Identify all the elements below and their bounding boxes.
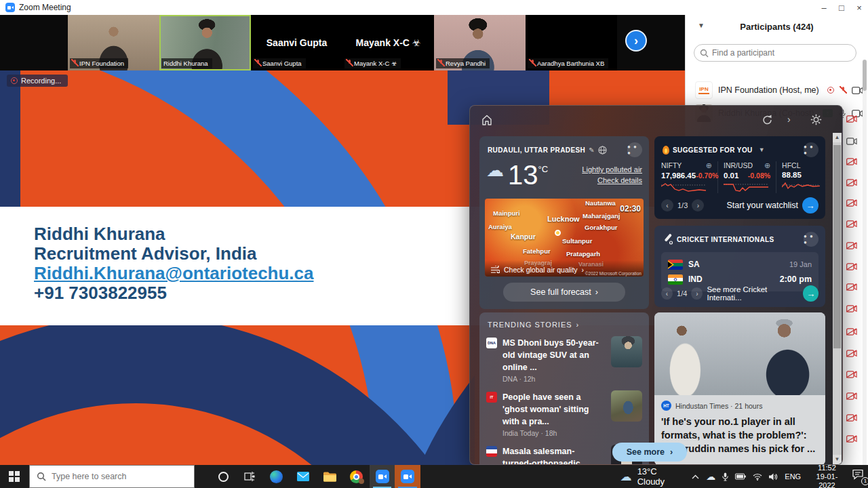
file-explorer-button[interactable] <box>316 465 342 488</box>
language-indicator[interactable]: ENG <box>785 472 801 481</box>
cricket-arrow-button[interactable]: → <box>803 285 818 302</box>
prev-page-button[interactable]: ‹ <box>661 287 673 300</box>
video-tile[interactable]: Saanvi Gupta Saanvi Gupta <box>251 15 342 70</box>
cricket-widget[interactable]: CRICKET INTERNATIONALS ● ● ● SA 19 Jan I… <box>654 226 825 307</box>
edit-location-icon[interactable]: ✎ <box>589 146 595 154</box>
camera-off-icon <box>846 392 857 400</box>
tray-expand-icon[interactable] <box>692 474 699 479</box>
minimize-button[interactable]: – <box>815 3 833 13</box>
recording-dot-icon <box>827 87 834 94</box>
maximize-button[interactable]: □ <box>833 3 850 13</box>
weather-widget[interactable]: RUDAULI, UTTAR PRADESH ✎ ● ● ● ☁ 13 °C L… <box>479 136 649 309</box>
see-more-cricket-link[interactable]: See more Cricket Internati... <box>707 285 799 302</box>
avatar: IPN <box>695 81 713 99</box>
video-tile[interactable]: Mayank X-C ☣ Mayank X-C ☣ <box>342 15 434 70</box>
prev-page-button[interactable]: ‹ <box>661 199 673 211</box>
taskbar-search[interactable] <box>29 465 195 488</box>
camera-off-icon <box>846 435 857 443</box>
notification-center-button[interactable]: 1 <box>852 469 868 484</box>
next-page-button[interactable]: › <box>692 199 704 211</box>
watchlist-arrow-button[interactable]: → <box>802 197 818 214</box>
video-tile[interactable]: Aaradhya Barthunia XB <box>526 15 617 70</box>
match-date: 19 Jan <box>789 260 812 268</box>
weather-map[interactable]: Mainpuri Lucknow Auraiya Kanpur Sultanpu… <box>485 199 644 277</box>
map-location-dot <box>555 230 561 236</box>
taskbar-weather[interactable]: ☁ 13°C Cloudy <box>620 466 683 487</box>
stocks-widget[interactable]: SUGGESTED FOR YOU ▼ ● ● ● NIFTY⊕ 17,986.… <box>654 136 825 219</box>
map-city-label: Mainpuri <box>493 209 520 217</box>
scrollbar-thumb[interactable] <box>833 145 841 348</box>
chrome-button[interactable] <box>343 465 370 488</box>
edge-button[interactable] <box>263 465 290 488</box>
mail-button[interactable] <box>290 465 316 488</box>
chevron-down-icon[interactable]: ▼ <box>759 146 765 153</box>
home-icon[interactable] <box>481 114 493 126</box>
stock-item[interactable]: HFCL 88.85 <box>782 161 820 193</box>
task-view-button[interactable] <box>237 465 263 488</box>
weather-location: RUDAULI, UTTAR PRADESH <box>488 146 585 154</box>
story-thumbnail <box>611 336 642 367</box>
source-logo: DNA <box>486 338 497 348</box>
add-to-watchlist-icon[interactable]: ⊕ <box>706 161 712 170</box>
close-button[interactable]: × <box>850 3 868 13</box>
participants-scrollbar[interactable] <box>863 66 867 488</box>
scroll-up-button[interactable]: ▲ <box>833 133 842 142</box>
stock-item[interactable]: NIFTY⊕ 17,986.45-0.70% <box>661 161 718 193</box>
map-timestamp: 02:30 <box>620 204 641 214</box>
chevron-right-icon[interactable]: › <box>576 321 580 329</box>
participant-search-input[interactable] <box>712 48 834 58</box>
see-full-forecast-button[interactable]: See full forecast› <box>503 283 625 302</box>
video-tile-active-speaker[interactable]: Riddhi Khurana <box>159 15 251 70</box>
next-participants-button[interactable]: › <box>625 30 647 52</box>
participant-search[interactable] <box>694 44 856 62</box>
camera-off-icon <box>846 328 857 336</box>
start-watchlist-link[interactable]: Start your watchlist <box>726 201 798 210</box>
trending-story[interactable]: DNA MS Dhoni buys 50-year-old vintage SU… <box>479 329 649 383</box>
onedrive-icon[interactable]: ☁ <box>706 471 715 482</box>
news-article-card[interactable]: HT Hindustan Times · 21 hours 'If he's y… <box>654 312 825 465</box>
india-flag-icon <box>668 274 683 285</box>
story-title: Masala salesman-turned-orthopaedic surge… <box>502 447 580 465</box>
next-page-button[interactable]: › <box>691 287 703 300</box>
widgets-scrollbar[interactable]: ▲ ▼ <box>833 133 842 464</box>
window-title: Zoom Meeting <box>19 3 71 12</box>
video-tile[interactable]: IPN Foundation <box>68 15 159 70</box>
widget-menu-button[interactable]: ● ● ● <box>804 142 818 157</box>
recording-dot-icon <box>11 77 18 84</box>
mic-muted-icon <box>438 60 443 67</box>
add-to-watchlist-icon[interactable]: ⊕ <box>764 161 770 170</box>
see-more-button[interactable]: See more› <box>612 443 687 462</box>
video-tile[interactable]: Revya Pandhi <box>434 15 526 70</box>
trending-story[interactable]: IT People have seen a 'ghost woman' sitt… <box>479 383 649 437</box>
settings-gear-icon[interactable] <box>810 114 822 125</box>
participant-row[interactable]: IPN IPN Foundation (Host, me) <box>686 79 868 102</box>
map-city-label: Sultanpur <box>562 237 592 245</box>
globe-icon[interactable] <box>598 146 607 155</box>
widget-menu-button[interactable]: ● ● ● <box>804 232 818 247</box>
team-name: IND <box>688 274 703 284</box>
refresh-icon[interactable] <box>762 114 773 125</box>
air-quality-link[interactable]: Lightly polluted air <box>582 165 642 174</box>
battery-icon[interactable] <box>735 473 746 480</box>
wifi-icon[interactable] <box>753 473 762 481</box>
taskbar-clock[interactable]: 11:52 19-01-2022 <box>809 464 845 488</box>
start-button[interactable] <box>0 465 29 488</box>
speaker-icon[interactable] <box>769 473 778 481</box>
zoom-taskbar-button-alert[interactable] <box>395 465 420 488</box>
zoom-taskbar-button[interactable] <box>370 465 395 488</box>
folder-icon <box>323 472 336 482</box>
map-city-label: Fatehpur <box>523 247 551 255</box>
participant-name-label: IPN Foundation <box>79 60 124 67</box>
check-details-link[interactable]: Check details <box>597 176 642 184</box>
team-name: SA <box>688 260 700 269</box>
forward-chevron-icon[interactable]: › <box>787 114 791 125</box>
participant-name-label: Riddhi Khurana <box>163 60 208 67</box>
taskbar-search-input[interactable] <box>52 472 180 481</box>
widget-menu-button[interactable]: ● ● ● <box>627 142 642 157</box>
flame-icon <box>663 146 669 155</box>
microphone-icon[interactable] <box>722 472 728 481</box>
zoom-app-icon <box>376 470 389 483</box>
stock-item[interactable]: INR/USD⊕ 0.01-0.08% <box>724 161 776 193</box>
cortana-button[interactable] <box>210 465 236 488</box>
collapse-chevron-icon[interactable]: ▼ <box>698 22 705 29</box>
